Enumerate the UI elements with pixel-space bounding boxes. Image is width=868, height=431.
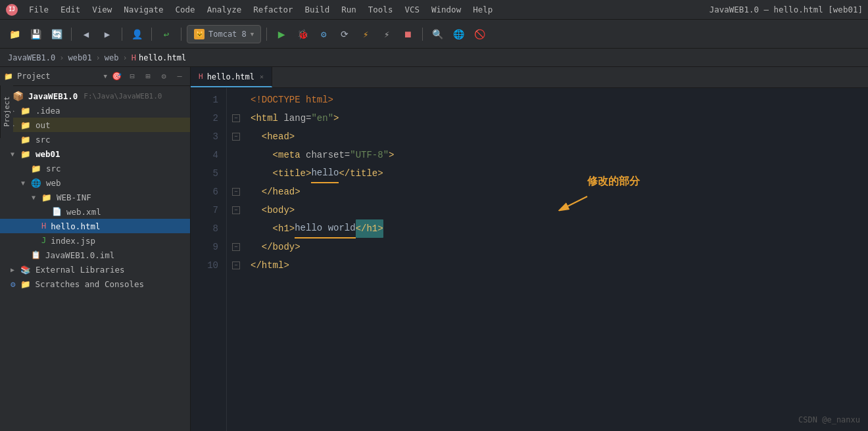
fold-9[interactable]: −: [232, 243, 240, 251]
tree-item-iml[interactable]: ▶ 📋 JavaWEB1.0.iml: [0, 248, 190, 262]
tree-item-web[interactable]: ▼ 🌐 web: [0, 175, 190, 190]
tree-item-index-jsp[interactable]: ▶ J index.jsp: [0, 233, 190, 248]
close-circle-btn[interactable]: 🚫: [470, 25, 489, 43]
project-side-tab[interactable]: Project: [0, 85, 13, 138]
tree-item-idea[interactable]: ▶ 📁 .idea: [0, 103, 190, 118]
save-btn[interactable]: 💾: [26, 25, 45, 43]
gi-7[interactable]: −: [232, 201, 240, 219]
menu-run[interactable]: Run: [336, 3, 362, 16]
ln-10: 10: [191, 256, 226, 275]
code-text-8b: hello world: [295, 219, 355, 238]
open-btn[interactable]: 📁: [5, 25, 24, 43]
fold-3[interactable]: −: [232, 133, 240, 141]
menu-file[interactable]: File: [24, 3, 54, 16]
tree-item-src[interactable]: ▶ 📁 src: [0, 132, 190, 147]
menu-vcs[interactable]: VCS: [399, 3, 425, 16]
line-numbers: 1 2 3 4 5 6 7 8 9 10: [191, 88, 227, 431]
project-dropdown-icon[interactable]: ▼: [104, 73, 107, 79]
stop-button[interactable]: ⏹: [398, 25, 417, 43]
code-text-5b: hello: [311, 164, 339, 183]
sep3: [151, 28, 152, 41]
code-line-8: <h1>hello world</h1>: [251, 219, 868, 238]
scratches-label: Scratches and Consoles: [36, 279, 145, 289]
ln-7: 7: [191, 201, 226, 219]
gi-6[interactable]: −: [232, 183, 240, 201]
gi-9[interactable]: −: [232, 238, 240, 256]
tree-item-hello-html[interactable]: ▶ H hello.html: [0, 219, 190, 233]
tomcat-button[interactable]: 🐱 Tomcat 8 ▼: [187, 25, 261, 43]
locate-btn[interactable]: 🎯: [110, 70, 123, 83]
toolbar: 📁 💾 🔄 ◀ ▶ 👤 ↩ 🐱 Tomcat 8 ▼ ▶ 🐞 ⚙ ⟳ ⚡ ⚡ ⏹…: [0, 20, 868, 49]
code-editor[interactable]: 1 2 3 4 5 6 7 8 9 10 − − − − −: [191, 88, 868, 431]
tree-item-root[interactable]: ▼ 📦 JavaWEB1.0 F:\Java\JavaWEB1.0: [0, 89, 190, 103]
gi-10[interactable]: −: [232, 256, 240, 275]
tree-item-web-inf[interactable]: ▼ 📁 WEB-INF: [0, 190, 190, 204]
menu-build[interactable]: Build: [300, 3, 335, 16]
out-label: out: [36, 120, 51, 130]
ln-9: 9: [191, 238, 226, 256]
ln-2: 2: [191, 109, 226, 127]
menu-view[interactable]: View: [87, 3, 117, 16]
fold-2[interactable]: −: [232, 114, 240, 122]
profile-btn[interactable]: 👤: [128, 25, 146, 43]
tab-hello-html[interactable]: H hello.html ✕: [191, 67, 272, 87]
tree-item-web-xml[interactable]: ▶ 📄 web.xml: [0, 204, 190, 219]
flash-btn[interactable]: ⚡: [356, 25, 375, 43]
gi-2[interactable]: −: [232, 109, 240, 127]
coverage-btn[interactable]: ⚙: [314, 25, 333, 43]
collapse-btn[interactable]: ⊟: [126, 70, 139, 83]
tab-close-btn[interactable]: ✕: [260, 73, 264, 80]
breadcrumb: JavaWEB1.0 › web01 › web › Hhello.html: [0, 49, 868, 67]
breadcrumb-project[interactable]: JavaWEB1.0: [8, 53, 55, 62]
code-text-9: </body>: [262, 238, 301, 256]
minimize-btn[interactable]: —: [173, 70, 186, 83]
menu-navigate[interactable]: Navigate: [118, 3, 168, 16]
settings-btn[interactable]: ⚙: [157, 70, 170, 83]
code-text-6: </head>: [262, 183, 301, 201]
code-indent-3: [251, 127, 262, 146]
root-path: F:\Java\JavaWEB1.0: [84, 92, 162, 101]
expand-btn[interactable]: ⊞: [141, 70, 155, 83]
code-line-5: <title>hello</title>: [251, 164, 868, 183]
tree-item-web01-src[interactable]: ▶ 📁 src: [0, 161, 190, 175]
index-jsp-icon: J: [41, 236, 46, 245]
forward-btn[interactable]: ▶: [98, 25, 116, 43]
tab-file-icon: H: [199, 72, 203, 81]
menu-analyze[interactable]: Analyze: [202, 3, 247, 16]
code-line-9: </body>: [251, 238, 868, 256]
debug-button[interactable]: 🐞: [293, 25, 312, 43]
undo-btn[interactable]: ↩: [157, 25, 176, 43]
menu-window[interactable]: Window: [426, 3, 466, 16]
menu-tools[interactable]: Tools: [363, 3, 398, 16]
profile2-btn[interactable]: ⟳: [335, 25, 354, 43]
flash2-btn[interactable]: ⚡: [377, 25, 396, 43]
menu-code[interactable]: Code: [170, 3, 201, 16]
breadcrumb-module[interactable]: web01: [68, 53, 91, 62]
tree-item-web01[interactable]: ▼ 📁 web01: [0, 147, 190, 161]
sep6: [422, 28, 423, 41]
fold-6[interactable]: −: [232, 188, 240, 196]
breadcrumb-folder[interactable]: web: [105, 53, 119, 62]
search-btn[interactable]: 🔍: [428, 25, 446, 43]
web-xml-label: web.xml: [66, 207, 101, 217]
code-content[interactable]: <!DOCTYPE html> <html lang="en"> <head> …: [245, 88, 868, 431]
code-indent-5: [251, 164, 273, 183]
web-inf-icon: 📁: [41, 193, 52, 202]
menu-refactor[interactable]: Refactor: [248, 3, 298, 16]
sep1: [71, 28, 72, 41]
code-text-5c: </title>: [339, 164, 383, 183]
back-btn[interactable]: ◀: [77, 25, 95, 43]
fold-7[interactable]: −: [232, 206, 240, 214]
sync-btn[interactable]: 🔄: [47, 25, 66, 43]
tree-item-scratches[interactable]: ⚙ 📁 Scratches and Consoles: [0, 277, 190, 291]
fold-10[interactable]: −: [232, 261, 240, 269]
tree-item-out[interactable]: ▶ 📁 out: [0, 118, 190, 132]
globe-btn[interactable]: 🌐: [449, 25, 468, 43]
scratches-icon: 📁: [20, 279, 31, 289]
breadcrumb-file[interactable]: Hhello.html: [132, 53, 186, 62]
run-button[interactable]: ▶: [272, 25, 291, 43]
gi-3[interactable]: −: [232, 127, 240, 146]
menu-edit[interactable]: Edit: [55, 3, 85, 16]
tree-item-ext-lib[interactable]: ▶ 📚 External Libraries: [0, 262, 190, 277]
menu-help[interactable]: Help: [468, 3, 498, 16]
